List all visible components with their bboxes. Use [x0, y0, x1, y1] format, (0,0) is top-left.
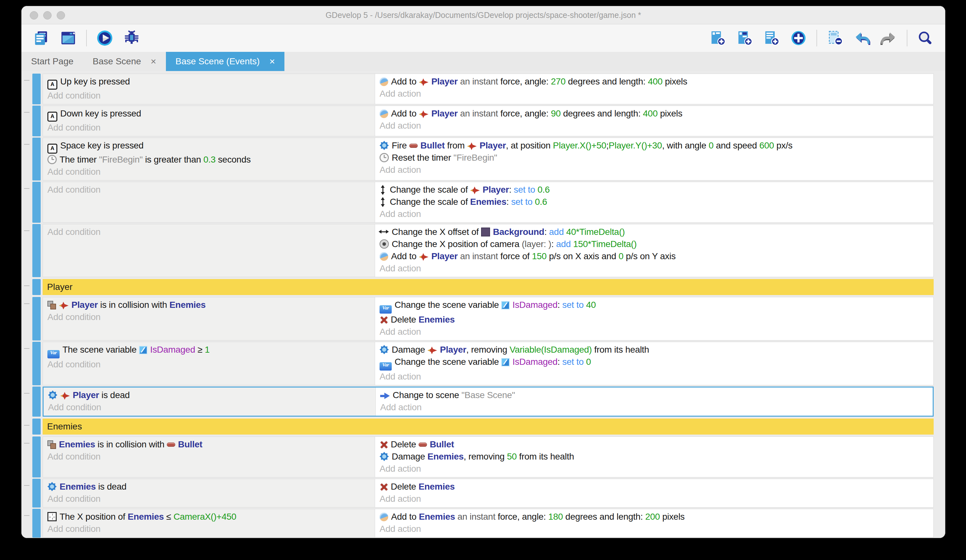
- add-action-button[interactable]: Add action: [380, 120, 929, 132]
- redo-button[interactable]: [880, 29, 898, 47]
- variable-badge-icon: [139, 346, 147, 354]
- add-comment-button[interactable]: [762, 29, 780, 47]
- add-action-button[interactable]: Add action: [380, 370, 929, 383]
- condition-item[interactable]: Down key is pressed: [48, 108, 370, 121]
- add-condition-button[interactable]: Add condition: [48, 523, 370, 535]
- undo-button[interactable]: [853, 29, 871, 47]
- action-item[interactable]: Reset the timer "FireBegin": [380, 152, 929, 164]
- delete-icon: [380, 316, 388, 324]
- text-run: set to: [562, 357, 586, 367]
- action-item[interactable]: Damage Enemies, removing 50 from its hea…: [380, 450, 929, 463]
- text-run: is dead: [99, 390, 130, 400]
- close-tab-icon[interactable]: ×: [269, 56, 275, 67]
- text-run: is in collision with: [95, 439, 167, 449]
- event-drag-handle[interactable]: [32, 279, 41, 295]
- scene-editor-button[interactable]: [59, 29, 77, 47]
- event-drag-handle[interactable]: [32, 138, 41, 180]
- add-condition-button[interactable]: Add condition: [48, 226, 370, 238]
- add-condition-button[interactable]: Add condition: [48, 121, 370, 134]
- add-other-event-button[interactable]: [790, 29, 807, 47]
- add-condition-button[interactable]: Add condition: [48, 90, 370, 102]
- tab-start-page[interactable]: Start Page: [21, 52, 83, 71]
- add-condition-button[interactable]: Add condition: [48, 359, 370, 370]
- event-drag-handle[interactable]: [32, 509, 41, 538]
- add-action-button[interactable]: Add action: [380, 401, 928, 413]
- action-item[interactable]: Add to Player an instant force, angle: 2…: [380, 75, 929, 88]
- scale-arrows-icon: [383, 186, 383, 194]
- scene-arrow-icon: [380, 393, 390, 399]
- close-window-button[interactable]: [30, 11, 38, 20]
- gear-icon: [380, 452, 389, 461]
- condition-item[interactable]: The timer "FireBegin" is greater than 0.…: [48, 154, 370, 166]
- event-drag-handle[interactable]: [32, 437, 41, 477]
- condition-item[interactable]: Space key is pressed: [48, 139, 370, 154]
- add-action-button[interactable]: Add action: [380, 88, 929, 100]
- event-drag-handle[interactable]: [32, 106, 41, 136]
- action-item[interactable]: Change the scale of Player: set to 0.6: [380, 184, 929, 196]
- add-condition-button[interactable]: Add condition: [48, 311, 370, 323]
- action-item[interactable]: Delete Enemies: [380, 481, 929, 493]
- condition-item[interactable]: Up key is pressed: [48, 75, 370, 90]
- add-action-button[interactable]: Add action: [380, 208, 929, 220]
- add-other-event-icon: [790, 29, 807, 47]
- event-drag-handle[interactable]: [32, 224, 41, 277]
- add-action-button[interactable]: Add action: [380, 262, 929, 275]
- group-header[interactable]: Player: [43, 279, 934, 295]
- debug-button[interactable]: [123, 29, 141, 47]
- event-drag-handle[interactable]: [32, 479, 41, 508]
- action-item[interactable]: Change the scale of Enemies: set to 0.6: [380, 196, 929, 208]
- action-item[interactable]: Change the scene variable IsDamaged: set…: [380, 299, 929, 314]
- action-item[interactable]: Fire Bullet from Player, at position Pla…: [380, 139, 929, 152]
- preview-button[interactable]: [96, 29, 114, 47]
- condition-item[interactable]: Player is in collision with Enemies: [48, 299, 370, 311]
- add-sub-event-button[interactable]: [736, 29, 754, 47]
- condition-item[interactable]: The X position of Enemies ≤ CameraX()+45…: [48, 511, 370, 523]
- zoom-window-button[interactable]: [57, 11, 65, 20]
- add-action-button[interactable]: Add action: [380, 493, 929, 505]
- text-run: , removing: [467, 345, 509, 355]
- add-action-button[interactable]: Add action: [380, 164, 929, 176]
- action-item[interactable]: Add to Player an instant force of 150 p/…: [380, 250, 929, 262]
- text-run: add: [549, 227, 566, 237]
- add-condition-button[interactable]: Add condition: [48, 493, 370, 505]
- action-item[interactable]: Change the X position of camera (layer: …: [380, 238, 929, 250]
- add-condition-button[interactable]: Add condition: [48, 450, 370, 463]
- action-item[interactable]: Change the scene variable IsDamaged: set…: [380, 356, 929, 370]
- event-drag-handle[interactable]: [32, 297, 41, 341]
- search-button[interactable]: [916, 29, 934, 47]
- condition-item[interactable]: Player is dead: [48, 389, 371, 401]
- action-item[interactable]: Delete Bullet: [380, 439, 929, 450]
- project-manager-button[interactable]: [32, 29, 50, 47]
- tab-base-scene[interactable]: Base Scene ×: [83, 52, 166, 71]
- action-item[interactable]: Change the X offset of Background: add 4…: [380, 226, 929, 238]
- condition-item[interactable]: The scene variable IsDamaged ≥ 1: [48, 344, 370, 359]
- tab-base-scene-events[interactable]: Base Scene (Events) ×: [166, 52, 285, 71]
- add-action-button[interactable]: Add action: [380, 523, 929, 535]
- add-condition-button[interactable]: Add condition: [48, 184, 370, 196]
- delete-event-button[interactable]: [826, 29, 844, 47]
- add-action-button[interactable]: Add action: [380, 326, 929, 338]
- add-condition-button[interactable]: Add condition: [48, 401, 371, 413]
- event-drag-handle[interactable]: [32, 342, 41, 385]
- event-drag-handle[interactable]: [32, 386, 41, 417]
- condition-item[interactable]: Enemies is in collision with Bullet: [48, 439, 370, 450]
- minimize-window-button[interactable]: [43, 11, 52, 20]
- event-drag-handle[interactable]: [32, 419, 41, 435]
- condition-item[interactable]: Enemies is dead: [48, 481, 370, 493]
- event-drag-handle[interactable]: [32, 74, 41, 104]
- add-condition-button[interactable]: Add condition: [48, 166, 370, 178]
- action-item[interactable]: Delete Enemies: [380, 314, 929, 326]
- add-action-button[interactable]: Add action: [380, 463, 929, 475]
- action-item[interactable]: Change to scene "Base Scene": [380, 389, 928, 401]
- group-header[interactable]: Enemies: [43, 419, 934, 435]
- close-tab-icon[interactable]: ×: [151, 56, 156, 67]
- action-item[interactable]: Add to Enemies an instant force, angle: …: [380, 511, 929, 523]
- action-item[interactable]: Add to Player an instant force, angle: 9…: [380, 108, 929, 120]
- event-body: Enemies is deadAdd conditionDelete Enemi…: [43, 479, 934, 508]
- action-item[interactable]: Damage Player, removing Variable(IsDamag…: [380, 344, 929, 356]
- text-run: Enemies: [419, 512, 455, 522]
- event-drag-handle[interactable]: [32, 182, 41, 223]
- add-event-button[interactable]: [709, 29, 727, 47]
- player-sprite-icon: [427, 347, 437, 354]
- scale-arrows-icon: [383, 198, 383, 206]
